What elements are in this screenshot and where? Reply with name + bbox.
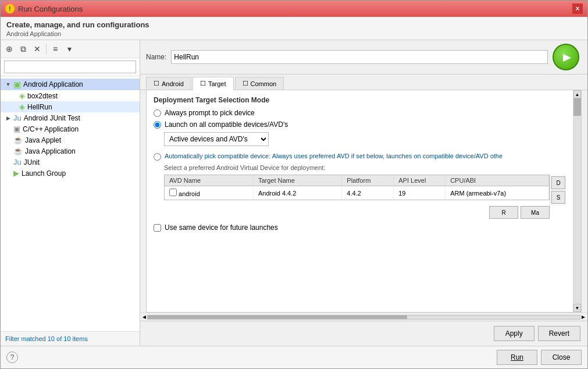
tab-common[interactable]: ☐ Common [235,77,284,90]
hscroll-right-arrow[interactable]: ► [580,314,586,320]
right-panel: Name: ☐ Android ☐ Target ☐ Common [140,40,587,346]
run-button-label: Run [511,353,523,361]
tree-label-junit: JUnit [24,158,40,166]
avd-refresh-button[interactable]: R [489,206,518,219]
revert-button[interactable]: Revert [538,326,580,341]
tree-item-cpp[interactable]: ▣ C/C++ Application [1,123,140,134]
avd-manage-button[interactable]: Ma [521,206,550,219]
use-same-device-checkbox[interactable] [154,224,161,232]
tab-target[interactable]: ☐ Target [193,77,234,90]
avd-table: AVD Name Target Name Platform API Level … [165,175,549,200]
new-config-button[interactable]: ⊕ [3,42,16,55]
tab-target-icon: ☐ [200,80,206,87]
tab-common-icon: ☐ [243,80,248,87]
filter-of: of [55,335,63,342]
filter-text: Filter matched [5,335,48,342]
radio-auto-pick[interactable] [154,153,161,161]
avd-detail-button[interactable]: D [551,176,565,189]
horizontal-scrollbar[interactable]: ◄ ► [140,313,587,321]
name-label: Name: [146,53,166,61]
table-row: android Android 4.4.2 4.4.2 19 ARM (arme… [165,186,549,200]
copy-config-button[interactable]: ⧉ [17,42,30,55]
run-configurations-window: ! Run Configurations × Create, manage, a… [0,0,588,369]
tree-item-java-applet[interactable]: ☕ Java Applet [1,134,140,146]
junit-icon: Ju [13,113,22,122]
run-close-buttons: Run Close [497,350,582,365]
avd-platform: 4.4.2 [342,186,394,200]
tree-item-box2dtest[interactable]: ◈ box2dtest [1,90,140,101]
scroll-down-arrow[interactable]: ▼ [573,304,581,312]
more-button[interactable]: ▾ [63,42,76,55]
tree-item-android-application[interactable]: ▼ ▣ Android Application [1,79,140,90]
avd-right-action-buttons: D S [550,175,566,206]
col-avd-name: AVD Name [165,175,253,186]
search-box [1,58,140,76]
close-window-button[interactable]: × [572,3,583,14]
content-area: ⊕ ⧉ ✕ ≡ ▾ ▼ ▣ Android Application [1,40,587,346]
tree-label-hellrun: HellRun [27,103,52,111]
warning-icon: ! [5,4,15,13]
tree-item-launch-group[interactable]: ▶ Launch Group [1,168,140,179]
col-api-level: API Level [394,175,446,186]
avd-row-checkbox[interactable] [169,189,177,196]
tab-android-label: Android [162,80,184,87]
launch-icon: ▶ [13,169,19,178]
search-input[interactable] [4,61,136,73]
expand-arrow-cpp [5,126,11,132]
avd-main: AVD Name Target Name Platform API Level … [154,175,550,206]
run-button-circle[interactable] [553,44,579,70]
config-content: Deployment Target Selection Mode Always … [147,90,573,312]
avd-api-level: 19 [394,186,446,200]
very-bottom-bar: ? Run Close [1,346,587,368]
toolbar-separator-1 [46,44,47,54]
tree-item-hellrun[interactable]: ◈ HellRun [1,101,140,112]
avd-table-header: AVD Name Target Name Platform API Level … [165,175,549,186]
hscroll-track [147,315,580,320]
expand-arrow-launch [5,171,11,176]
radio-label-2: Launch on all compatible devices/AVD's [165,120,288,129]
col-target-name: Target Name [253,175,341,186]
avd-target-name: Android 4.4.2 [253,186,341,200]
radio-row-1: Always prompt to pick device [154,109,566,117]
vertical-scrollbar[interactable]: ▲ ▼ [573,90,581,312]
android-icon: ▣ [13,80,21,89]
avd-section: AVD Name Target Name Platform API Level … [154,175,566,206]
delete-config-button[interactable]: ✕ [31,42,44,55]
tree-item-junit[interactable]: Ju JUnit [1,157,140,168]
java-applet-icon: ☕ [13,136,23,144]
window-title: Run Configurations [18,5,83,13]
radio-launch-all[interactable] [154,121,161,129]
avd-dropdown[interactable]: Active devices and AVD's [164,132,269,146]
close-button[interactable]: Close [541,350,582,365]
apply-button[interactable]: Apply [494,326,534,341]
tab-android[interactable]: ☐ Android [146,77,191,90]
tree-item-java-application[interactable]: ☕ Java Application [1,146,140,157]
col-cpu-abi: CPU/ABI [446,175,549,186]
expand-arrow-junit: ▶ [5,115,11,121]
scroll-up-arrow[interactable]: ▲ [573,90,581,98]
filter-button[interactable]: ≡ [49,42,62,55]
apply-revert-buttons: Apply Revert [140,321,587,346]
tree-item-android-junit[interactable]: ▶ Ju Android JUnit Test [1,112,140,123]
radio-label-3: Automatically pick compatible device: Al… [165,152,503,161]
junit2-icon: Ju [13,158,22,166]
header-subtitle: Android Application [6,30,582,37]
header-bar: Create, manage, and run configurations A… [1,17,587,40]
avd-start-button[interactable]: S [551,191,565,204]
tab-common-label: Common [251,80,277,87]
avd-name: android [179,190,200,197]
hscroll-left-arrow[interactable]: ◄ [141,314,147,320]
help-icon[interactable]: ? [6,352,18,363]
tab-android-icon: ☐ [154,80,159,87]
scroll-track [573,98,581,304]
left-toolbar: ⊕ ⧉ ✕ ≡ ▾ [1,40,140,58]
radio-always-prompt[interactable] [154,109,161,117]
tree-label-android-application: Android Application [23,80,83,88]
run-button[interactable]: Run [497,350,537,365]
name-input[interactable] [171,50,548,64]
tree-label-java-applet: Java Applet [25,136,61,144]
avd-sub-label: Select a preferred Android Virtual Devic… [164,164,566,171]
tree-label-java-application: Java Application [25,147,76,155]
filter-count: 10 [48,335,55,342]
config-tree: ▼ ▣ Android Application ◈ box2dtest ◈ He… [1,76,140,331]
